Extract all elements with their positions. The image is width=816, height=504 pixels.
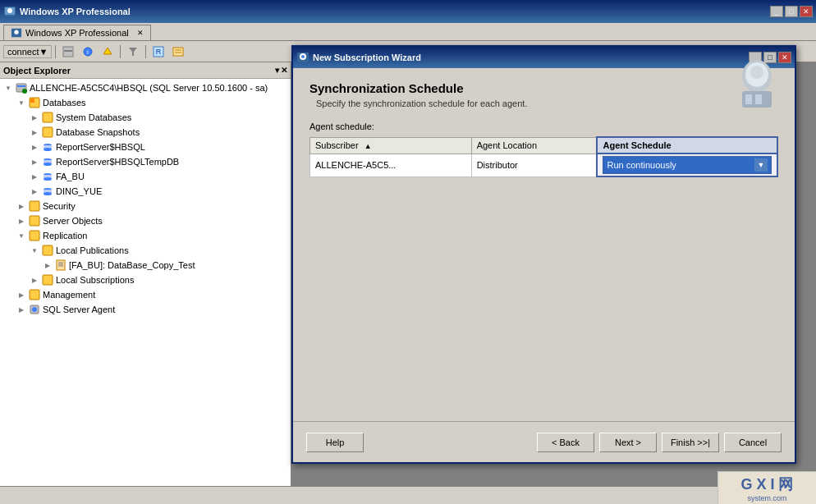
databases-label: Databases: [41, 98, 86, 108]
panel-close-icon[interactable]: ✕: [281, 66, 287, 75]
svg-point-18: [22, 89, 27, 94]
server-expand-icon[interactable]: ▼: [2, 81, 15, 94]
system-databases-expand-icon[interactable]: ▶: [28, 111, 41, 124]
server-objects-node[interactable]: ▶ Server Objects: [2, 213, 289, 228]
reportserver-temp-label: ReportServer$HBSQLTempDB: [54, 157, 179, 167]
agent-location-cell: Distributor: [471, 153, 597, 176]
new-subscription-dialog: New Subscription Wizard _ □ ✕ Synchroniz…: [291, 45, 796, 464]
replication-expand-icon[interactable]: ▼: [15, 229, 28, 242]
back-button[interactable]: < Back: [537, 433, 594, 452]
app-icon: [3, 5, 16, 18]
ding-yue-expand-icon[interactable]: ▶: [28, 185, 41, 198]
server-objects-expand-icon[interactable]: ▶: [15, 214, 28, 227]
title-buttons: _ □ ✕: [770, 6, 813, 17]
agent-location-value: Distributor: [477, 160, 518, 170]
dialog-title-bar: New Subscription Wizard _ □ ✕: [293, 47, 795, 68]
schedule-dropdown-arrow-icon[interactable]: ▼: [754, 158, 768, 172]
svg-point-2: [7, 8, 12, 13]
toolbar-btn-3[interactable]: [99, 44, 117, 60]
system-databases-node[interactable]: ▶ System Databases: [2, 110, 289, 125]
finish-button[interactable]: Finish >>|: [662, 433, 719, 452]
toolbar-btn-5[interactable]: [169, 44, 187, 60]
reportserver-temp-node[interactable]: ▶ ReportServer$HBSQLTempDB: [2, 154, 289, 169]
reportserver-node[interactable]: ▶ ReportServer$HBSQL: [2, 140, 289, 154]
reportserver-temp-expand-icon[interactable]: ▶: [28, 155, 41, 168]
maximize-button[interactable]: □: [785, 6, 798, 17]
fa-bu-expand-icon[interactable]: ▶: [28, 170, 41, 183]
local-publications-expand-icon[interactable]: ▼: [28, 244, 41, 257]
local-subscriptions-node[interactable]: ▶ Local Subscriptions: [2, 273, 289, 287]
fa-bu-pub-expand-icon[interactable]: ▶: [41, 259, 54, 272]
help-button[interactable]: Help: [306, 433, 364, 452]
tab-label: Windows XP Professional: [25, 28, 129, 38]
fa-bu-publication-node[interactable]: ▶ [FA_BU]: DataBase_Copy_Test: [2, 258, 289, 273]
svg-rect-13: [173, 48, 183, 56]
svg-rect-20: [30, 99, 34, 103]
fa-bu-icon: [41, 170, 54, 183]
toolbar-btn-filter[interactable]: [124, 44, 142, 60]
svg-point-34: [44, 192, 52, 195]
svg-rect-35: [30, 201, 39, 211]
toolbar-btn-1[interactable]: [59, 44, 77, 60]
toolbar-btn-2[interactable]: i: [79, 44, 97, 60]
management-icon: [28, 288, 41, 301]
svg-rect-55: [755, 94, 762, 104]
title-bar-left: Windows XP Professional: [3, 5, 131, 18]
ding-yue-icon: [41, 185, 54, 198]
main-tab[interactable]: Windows XP Professional ✕: [3, 25, 151, 40]
toolbar-separator-1: [55, 45, 56, 58]
agent-schedule-cell: Run continuously ▼: [597, 153, 777, 176]
sql-agent-expand-icon[interactable]: ▶: [15, 303, 28, 316]
dialog-section-desc: Specify the synchronization schedule for…: [309, 99, 778, 108]
toolbar-btn-4[interactable]: R: [149, 44, 167, 60]
watermark-url: system.com: [747, 494, 786, 502]
fa-bu-pub-icon: [54, 259, 67, 272]
reportserver-expand-icon[interactable]: ▶: [28, 140, 41, 153]
databases-expand-icon[interactable]: ▼: [15, 96, 28, 109]
local-publications-node[interactable]: ▼ Local Publications: [2, 243, 289, 258]
security-node[interactable]: ▶ Security: [2, 199, 289, 213]
panel-title: Object Explorer: [3, 66, 71, 76]
subscriber-cell: ALLENCHE-A5C5...: [310, 153, 472, 176]
db-snapshots-node[interactable]: ▶ Database Snapshots: [2, 125, 289, 140]
dialog-title-left: New Subscription Wizard: [296, 51, 421, 64]
server-objects-icon: [28, 214, 41, 227]
svg-rect-54: [745, 94, 752, 104]
panel-pin-icon[interactable]: ▾: [275, 66, 279, 75]
svg-rect-17: [17, 85, 25, 87]
footer-left: Help: [306, 433, 364, 452]
col-agent-schedule: Agent Schedule: [597, 137, 777, 153]
svg-point-52: [750, 68, 763, 79]
sql-agent-node[interactable]: ▶ SQL Server Agent: [2, 302, 289, 317]
title-bar: Windows XP Professional _ □ ✕: [0, 0, 816, 23]
security-expand-icon[interactable]: ▶: [15, 199, 28, 213]
subscriber-value: ALLENCHE-A5C5...: [315, 160, 396, 170]
object-explorer-panel: Object Explorer ▾ ✕ ▼: [0, 62, 291, 486]
agent-schedule-col-label: Agent Schedule: [603, 140, 671, 150]
connect-button[interactable]: connect▼: [3, 45, 52, 58]
system-databases-label: System Databases: [54, 112, 131, 122]
col-agent-location: Agent Location: [471, 137, 597, 153]
tab-close-icon[interactable]: ✕: [137, 29, 144, 37]
close-button[interactable]: ✕: [800, 6, 813, 17]
next-button[interactable]: Next >: [599, 433, 657, 452]
management-expand-icon[interactable]: ▶: [15, 288, 28, 301]
sql-agent-label: SQL Server Agent: [41, 305, 115, 314]
schedule-dropdown[interactable]: Run continuously ▼: [603, 156, 772, 174]
local-subscriptions-label: Local Subscriptions: [54, 275, 134, 285]
databases-node[interactable]: ▼ Databases: [2, 95, 289, 110]
replication-node[interactable]: ▼ Replication: [2, 228, 289, 243]
management-node[interactable]: ▶ Management: [2, 287, 289, 302]
ding-yue-node[interactable]: ▶ DING_YUE: [2, 184, 289, 199]
svg-point-31: [44, 177, 52, 181]
subscriber-sort-icon[interactable]: ▲: [364, 142, 372, 150]
db-snapshots-expand-icon[interactable]: ▶: [28, 126, 41, 139]
tab-bar: Windows XP Professional ✕: [0, 23, 816, 41]
fa-bu-node[interactable]: ▶ FA_BU: [2, 169, 289, 184]
cancel-button[interactable]: Cancel: [724, 433, 782, 452]
svg-point-28: [44, 163, 52, 166]
server-node[interactable]: ▼ ALLENCHE-A5C5C4\HBSQL (SQL Server 10.5…: [2, 80, 289, 95]
minimize-button[interactable]: _: [770, 6, 783, 17]
local-subscriptions-expand-icon[interactable]: ▶: [28, 273, 41, 286]
svg-rect-39: [57, 260, 65, 270]
